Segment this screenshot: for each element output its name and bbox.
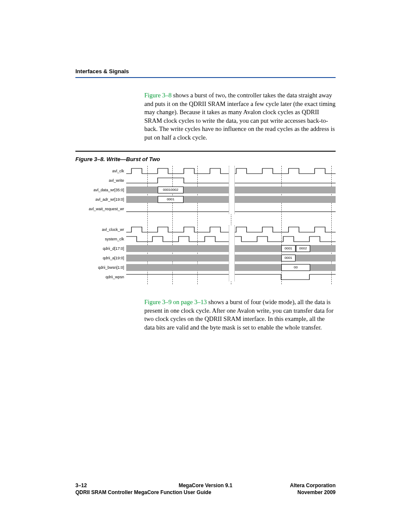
label-avl-clk: avl_clk — [112, 169, 124, 173]
row-avl-clock-wr: avl_clock_wr — [75, 226, 336, 236]
paragraph-1: Figure 3–8 shows a burst of two, the con… — [144, 91, 336, 142]
wave-avl-write — [126, 177, 336, 185]
wave-avl-wait — [126, 212, 336, 212]
row-avl-data-wr: avl_data_wr[35:0] 00010002 — [75, 187, 336, 194]
figure-caption: Figure 3–8. Write—Burst of Two — [75, 156, 160, 162]
value-qdrii-d-1: 0002 — [296, 245, 311, 252]
bus-bg-qdrii-a — [126, 255, 336, 261]
row-qdrii-a: qdrii_a[19:0] 0001 — [75, 255, 336, 262]
header-rule — [75, 77, 336, 78]
figure-top-rule — [75, 151, 336, 152]
row-avl-write: avl_write — [75, 177, 336, 187]
footer-right-1: Altera Corporation — [290, 482, 336, 488]
footer-subtitle: QDRII SRAM Controller MegaCore Function … — [75, 489, 211, 495]
row-avl-clk: avl_clk — [75, 168, 336, 177]
value-avl-adr-wr: 0001 — [158, 196, 184, 203]
paragraph-1-text: shows a burst of two, the controller tak… — [144, 92, 336, 141]
running-header: Interfaces & Signals — [75, 68, 336, 78]
timing-diagram: avl_clk avl_write avl_data_wr[35:0] 0001… — [75, 166, 336, 284]
wave-qdrii-wpsn — [126, 274, 336, 281]
label-qdrii-d: qdrii_d[17:0] — [103, 246, 124, 251]
label-qdrii-a: qdrii_a[19:0] — [103, 256, 124, 260]
row-avl-adr-wr: avl_adr_wr[19:0] 0001 — [75, 196, 336, 204]
paragraph-2: Figure 3–9 on page 3–13 shows a burst of… — [144, 298, 336, 332]
wave-avl-clock-wr — [126, 226, 336, 234]
wave-avl-clk — [126, 168, 336, 175]
label-qdrii-wpsn: qdrii_wpsn — [106, 275, 124, 279]
value-qdrii-a: 0001 — [281, 255, 296, 261]
label-qdrii-bwsn: qdrii_bwsn[1:0] — [98, 265, 124, 270]
row-qdrii-d: qdrii_d[17:0] 0001 0002 — [75, 245, 336, 253]
figure-reference[interactable]: Figure 3–8 — [144, 92, 171, 99]
label-avl-write: avl_write — [109, 178, 124, 183]
row-qdrii-wpsn: qdrii_wpsn — [75, 274, 336, 283]
row-qdrii-bwsn: qdrii_bwsn[1:0] 00 — [75, 264, 336, 272]
row-avl-wait-request-wr: avl_wait_request_wr — [75, 205, 336, 215]
footer-right-2: November 2009 — [297, 489, 336, 495]
section-title: Interfaces & Signals — [75, 68, 336, 75]
value-avl-data-wr: 00010002 — [158, 187, 184, 193]
label-avl-adr-wr: avl_adr_wr[19:0] — [95, 197, 124, 202]
label-avl-wait: avl_wait_request_wr — [89, 207, 124, 211]
value-qdrii-d-0: 0001 — [281, 245, 296, 252]
row-system-clk: system_clk — [75, 236, 336, 245]
value-qdrii-bwsn: 00 — [281, 264, 311, 271]
label-avl-data-wr: avl_data_wr[35:0] — [93, 188, 124, 192]
label-system-clk: system_clk — [105, 237, 124, 241]
wave-system-clk — [126, 236, 336, 243]
label-avl-clock-wr: avl_clock_wr — [102, 227, 124, 232]
figure-reference-2[interactable]: Figure 3–9 on page 3–13 — [144, 299, 207, 305]
